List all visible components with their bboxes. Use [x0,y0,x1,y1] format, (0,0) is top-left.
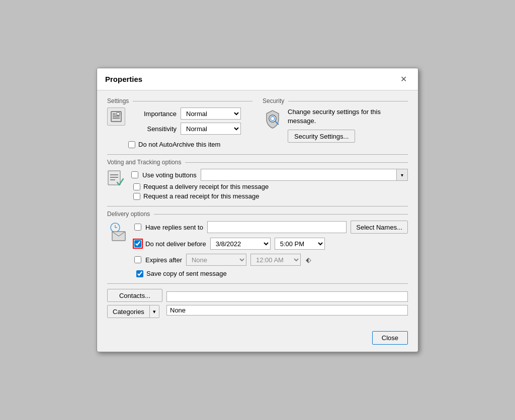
sensitivity-row: Sensitivity Normal Personal Private Conf… [131,123,241,135]
sensitivity-select[interactable]: Normal Personal Private Confidential [181,123,241,135]
save-copy-label: Save copy of sent message [146,270,227,277]
delivery-section-label: Delivery options [107,211,408,218]
autoarchive-row: Do not AutoArchive this item [128,141,252,148]
security-section-label: Security [263,97,408,104]
read-receipt-row: Request a read receipt for this message [133,192,408,200]
divider-2 [107,206,408,206]
do-not-deliver-label: Do not deliver before [145,240,206,248]
voting-buttons-input[interactable] [201,170,396,180]
voting-section: Voting and Tracking options Use voting b… [107,159,408,202]
have-replies-row: Have replies sent to Select Names... [134,221,408,234]
categories-input[interactable] [166,305,408,316]
contacts-input[interactable] [166,291,408,302]
do-not-deliver-row: Do not deliver before 3/8/2022 5:00 PM [134,238,408,250]
read-receipt-checkbox[interactable] [133,193,140,200]
categories-button-row: Categories ▾ [107,305,162,318]
have-replies-label: Have replies sent to [145,224,203,231]
do-not-deliver-date-select[interactable]: 3/8/2022 [210,238,271,250]
divider-1 [107,154,408,155]
close-dialog-button[interactable]: Close [372,331,408,345]
voting-icon [107,170,126,190]
importance-row: Importance Normal Low High [131,108,241,120]
security-content: Change security settings for this messag… [288,108,408,143]
settings-security-row: Settings Importance [107,97,408,150]
importance-select[interactable]: Normal Low High [181,108,241,120]
use-voting-checkbox[interactable] [131,171,138,178]
settings-section: Settings Importance [107,97,252,150]
properties-dialog: Properties ✕ Settings [97,68,418,352]
expires-after-row: Expires after None 12:00 AM ⬖ [134,254,408,266]
title-bar: Properties ✕ [97,68,418,90]
expires-date-select[interactable]: None [186,254,246,266]
delivery-receipt-row: Request a delivery receipt for this mess… [133,183,408,190]
dialog-content: Settings Importance [97,90,418,326]
security-section: Security Change security settings for th… [263,97,408,150]
have-replies-input[interactable] [207,221,347,233]
security-description: Change security settings for this messag… [288,108,408,126]
categories-button[interactable]: Categories [107,305,150,318]
sensitivity-label: Sensitivity [131,125,177,133]
select-names-button[interactable]: Select Names... [351,221,408,234]
delivery-icon [107,221,129,244]
delivery-receipt-checkbox[interactable] [133,183,140,190]
expires-after-checkbox[interactable] [134,256,141,263]
autoarchive-checkbox[interactable] [128,141,135,148]
delivery-options: Have replies sent to Select Names... Do … [134,221,408,279]
svg-point-5 [269,115,276,122]
dialog-footer: Close [97,326,418,352]
categories-dropdown-button[interactable]: ▾ [150,305,159,318]
do-not-deliver-time-select[interactable]: 5:00 PM [275,238,325,250]
dialog-title: Properties [105,75,142,83]
security-settings-button[interactable]: Security Settings... [288,130,355,143]
cursor-icon: ⬖ [306,256,311,264]
read-receipt-label: Request a read receipt for this message [143,192,260,200]
settings-icon [107,108,125,126]
delivery-section: Delivery options Have replies se [107,211,408,279]
settings-section-label: Settings [107,97,252,104]
expires-after-label: Expires after [145,256,182,264]
voting-options: Use voting buttons ▾ Request a delivery … [131,169,408,202]
use-voting-label: Use voting buttons [142,171,197,179]
use-voting-row: Use voting buttons ▾ [131,169,408,181]
close-icon[interactable]: ✕ [397,73,410,85]
contacts-categories-section: Contacts... Categories ▾ [107,289,408,318]
importance-label: Importance [131,110,177,118]
svg-rect-4 [117,113,120,115]
save-copy-checkbox[interactable] [136,270,143,277]
divider-3 [107,283,408,284]
delivery-receipt-label: Request a delivery receipt for this mess… [143,183,269,190]
settings-fields: Importance Normal Low High Sensitivity N… [131,108,241,138]
save-copy-row: Save copy of sent message [136,270,408,277]
voting-section-label: Voting and Tracking options [107,159,408,166]
voting-buttons-input-container: ▾ [201,169,408,181]
expires-time-select[interactable]: 12:00 AM [250,254,301,266]
contacts-categories-buttons: Contacts... Categories ▾ [107,289,162,318]
contacts-categories-inputs [166,291,408,316]
contacts-button[interactable]: Contacts... [107,289,162,302]
do-not-deliver-checkbox[interactable] [134,240,141,247]
security-icon [263,109,283,133]
voting-dropdown-button[interactable]: ▾ [396,169,407,180]
autoarchive-label: Do not AutoArchive this item [138,141,220,148]
svg-rect-8 [108,171,120,185]
have-replies-checkbox[interactable] [134,224,141,231]
